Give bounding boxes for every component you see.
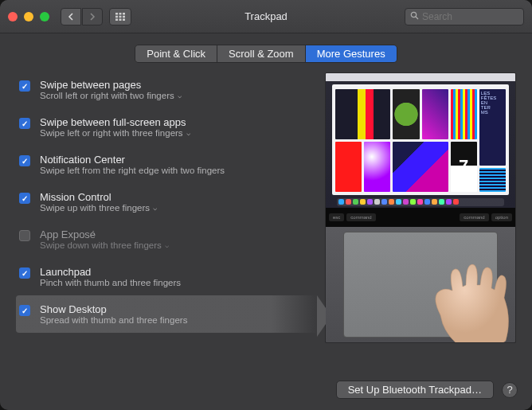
titlebar: Trackpad [0, 0, 532, 33]
option-swipe-pages[interactable]: ✓Swipe between pagesScroll left or right… [16, 71, 317, 108]
checkbox-show-desktop[interactable]: ✓ [19, 305, 30, 316]
tab-point-click[interactable]: Point & Click [135, 45, 217, 62]
search-field[interactable] [405, 8, 524, 25]
option-swipe-apps[interactable]: ✓Swipe between full-screen appsSwipe lef… [16, 108, 317, 146]
preview-dock [337, 198, 504, 206]
option-sublabel[interactable]: Swipe left or right with three fingers⌵ [40, 128, 190, 138]
svg-rect-3 [115, 15, 118, 18]
svg-point-9 [411, 12, 416, 17]
preferences-window: Trackpad Point & Click Scroll & Zoom Mor… [0, 0, 532, 410]
content-area: ✓Swipe between pagesScroll left or right… [0, 71, 532, 373]
option-app-expose[interactable]: App ExposéSwipe down with three fingers⌵ [16, 221, 317, 258]
option-label: Show Desktop [40, 303, 187, 315]
option-sublabel: Spread with thumb and three fingers [40, 315, 187, 325]
option-notification-center[interactable]: ✓Notification CenterSwipe left from the … [16, 146, 317, 183]
svg-rect-0 [115, 13, 118, 15]
chevron-down-icon: ⌵ [165, 241, 169, 249]
preview-menubar [326, 73, 515, 81]
show-all-button[interactable] [109, 8, 131, 25]
option-label: Launchpad [40, 266, 181, 278]
nav-buttons [61, 8, 103, 25]
preview-trackpad-area [326, 227, 515, 342]
tab-more-gestures[interactable]: More Gestures [306, 45, 397, 62]
preview-gallery: LES FÊTES EN TER MS 7 [332, 84, 509, 195]
minimize-window-button[interactable] [24, 12, 33, 21]
option-label: Notification Center [40, 154, 225, 166]
footer: Set Up Bluetooth Trackpad… ? [0, 373, 532, 410]
svg-rect-1 [119, 13, 122, 15]
chevron-down-icon: ⌵ [153, 204, 157, 212]
tab-bar: Point & Click Scroll & Zoom More Gesture… [0, 33, 532, 71]
option-sublabel[interactable]: Swipe up with three fingers⌵ [40, 203, 157, 213]
close-window-button[interactable] [8, 12, 18, 21]
setup-bluetooth-trackpad-button[interactable]: Set Up Bluetooth Trackpad… [336, 381, 494, 399]
option-label: App Exposé [40, 228, 169, 240]
checkbox-app-expose[interactable] [19, 230, 30, 241]
checkbox-launchpad[interactable]: ✓ [19, 267, 30, 279]
gesture-preview: LES FÊTES EN TER MS 7 esc command comman… [325, 72, 516, 343]
tab-segmented-control: Point & Click Scroll & Zoom More Gesture… [135, 45, 397, 63]
grid-icon [115, 13, 125, 21]
svg-line-10 [416, 17, 418, 19]
option-label: Swipe between full-screen apps [40, 116, 190, 128]
option-sublabel: Swipe left from the right edge with two … [40, 166, 225, 175]
checkbox-notification-center[interactable]: ✓ [19, 155, 30, 166]
svg-rect-8 [123, 18, 125, 21]
checkbox-swipe-pages[interactable]: ✓ [19, 80, 30, 92]
gesture-options-list: ✓Swipe between pagesScroll left or right… [16, 71, 317, 363]
forward-button[interactable] [82, 8, 103, 25]
option-show-desktop[interactable]: ✓Show DesktopSpread with thumb and three… [16, 295, 317, 333]
option-sublabel: Pinch with thumb and three fingers [40, 278, 181, 287]
svg-rect-4 [119, 15, 122, 18]
option-label: Mission Control [40, 191, 157, 203]
back-button[interactable] [61, 8, 81, 25]
maximize-window-button[interactable] [40, 12, 49, 21]
chevron-down-icon: ⌵ [186, 129, 190, 137]
search-icon [410, 11, 419, 22]
svg-rect-6 [115, 18, 118, 21]
checkbox-mission-control[interactable]: ✓ [19, 193, 30, 204]
svg-rect-5 [123, 15, 125, 18]
option-mission-control[interactable]: ✓Mission ControlSwipe up with three fing… [16, 183, 317, 221]
hand-icon [409, 247, 516, 343]
option-launchpad[interactable]: ✓LaunchpadPinch with thumb and three fin… [16, 258, 317, 295]
svg-rect-2 [123, 13, 125, 15]
chevron-right-icon [89, 13, 96, 21]
chevron-down-icon: ⌵ [178, 92, 182, 100]
svg-rect-7 [119, 18, 122, 21]
preview-touchbar: esc command command option [326, 208, 515, 227]
window-controls [8, 12, 49, 21]
option-sublabel[interactable]: Scroll left or right with two fingers⌵ [40, 91, 182, 100]
chevron-left-icon [68, 13, 74, 21]
help-button[interactable]: ? [502, 382, 518, 398]
checkbox-swipe-apps[interactable]: ✓ [19, 118, 30, 129]
option-label: Swipe between pages [40, 79, 182, 91]
tab-scroll-zoom[interactable]: Scroll & Zoom [217, 45, 306, 62]
search-input[interactable] [422, 11, 518, 22]
option-sublabel[interactable]: Swipe down with three fingers⌵ [40, 240, 169, 250]
preview-screen: LES FÊTES EN TER MS 7 [326, 73, 515, 208]
